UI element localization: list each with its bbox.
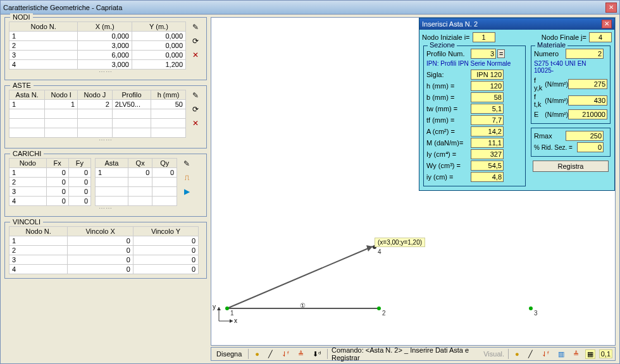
sezione-field[interactable] [471, 81, 504, 91]
nodo-iniziale-input[interactable] [473, 32, 495, 42]
group-nodi: NODI Nodo N.X (m.)Y (m.) 10,0000,000 23,… [4, 17, 207, 80]
edit-icon[interactable]: ✎ [181, 158, 192, 169]
resize-grip[interactable]: ⋯⋯ [9, 71, 202, 76]
sezione-field[interactable] [471, 104, 504, 114]
table-row: 1122LV50...50 [9, 100, 186, 109]
window-title: Caratteristiche Geometriche - Capriata [3, 4, 122, 11]
table-row [9, 109, 186, 119]
svg-marker-4 [230, 319, 233, 323]
svg-line-1 [227, 246, 373, 308]
sezione-field[interactable] [471, 92, 504, 102]
rmax-group: Rmax % Rid. Sez. = [531, 128, 611, 157]
table-carichi-aste[interactable]: AstaQxQy 100 [95, 158, 177, 206]
nodo-iniziale-label: Nodo Iniziale i= [422, 33, 470, 41]
group-title-carichi: CARICHI [10, 150, 44, 157]
align-icon[interactable]: ⇃ᶠ [279, 350, 292, 358]
delete-icon[interactable]: ✕ [190, 49, 201, 61]
rid-label: % Rid. Sez. = [534, 144, 577, 151]
table-row [9, 128, 186, 138]
support-icon[interactable]: ≜ [571, 350, 581, 358]
group-title-nodi: NODI [10, 13, 33, 21]
close-icon[interactable]: ✕ [602, 20, 612, 28]
node-label: 3 [534, 310, 538, 317]
close-icon[interactable]: ✕ [605, 3, 617, 13]
line-icon[interactable]: ╱ [526, 350, 535, 358]
statusbar: Disegna ● ╱ ⇃ᶠ ≜ ⬇ᵈ Comando: <Asta N. 2>… [211, 347, 616, 361]
panel-titlebar: Inserisci Asta N. 2 ✕ [419, 18, 614, 30]
axis-y-label: y [213, 303, 216, 310]
materiale-note: S275 t<40 UNI EN 10025- [534, 60, 607, 74]
line-icon[interactable]: ╱ [266, 350, 275, 358]
profilo-label: Profilo Num. [426, 50, 471, 58]
chart-icon[interactable]: ⎍ [181, 172, 192, 183]
coord-tooltip: (x=3,00;y=1,20) [375, 238, 425, 247]
sezione-field[interactable] [471, 161, 504, 171]
materiale-group: Materiale Numero S275 t<40 UNI EN 10025-… [531, 46, 611, 124]
visual-label: Visual. [483, 350, 504, 358]
node-marker[interactable] [377, 306, 381, 310]
drawing-canvas[interactable]: 1 2 3 4 ① (x=3,00;y=1,20) x y Inserisci … [211, 17, 616, 346]
nodo-finale-label: Nodo Finale j= [542, 33, 586, 41]
nodo-finale-input[interactable] [589, 32, 612, 42]
group-vincoli: VINCOLI Nodo N.Vincolo XVincolo Y 100 20… [4, 222, 207, 279]
table-vincoli[interactable]: Nodo N.Vincolo XVincolo Y 100 200 300 40… [9, 226, 199, 274]
insert-asta-panel: Inserisci Asta N. 2 ✕ Nodo Iniziale i= N… [419, 18, 615, 191]
materiale-field[interactable] [568, 79, 607, 89]
load-icon[interactable]: ⬇ᵈ [310, 350, 323, 358]
grid-icon[interactable]: ▦ [585, 349, 595, 359]
ruler-icon[interactable]: ▥ [555, 350, 567, 358]
refresh-icon[interactable]: ⟳ [190, 35, 201, 47]
sezione-field[interactable] [471, 126, 504, 136]
svg-marker-2 [366, 245, 373, 252]
materiale-field[interactable] [568, 95, 607, 106]
profilo-input[interactable] [471, 49, 496, 59]
group-title-vincoli: VINCOLI [10, 218, 43, 226]
point-icon[interactable]: ● [512, 350, 522, 358]
edit-icon[interactable]: ✎ [190, 21, 201, 33]
group-aste: ASTE Asta N.Nodo INodo JProfiloh (mm) 11… [4, 85, 207, 149]
sezione-field[interactable] [471, 70, 504, 80]
table-aste[interactable]: Asta N.Nodo INodo JProfiloh (mm) 1122LV5… [9, 90, 186, 138]
table-row [9, 119, 186, 128]
materiale-field[interactable] [568, 109, 607, 119]
materiale-num-input[interactable] [566, 49, 604, 59]
sezione-group: Sezione Profilo Num. = IPN: Profili IPN … [423, 46, 526, 186]
disegna-button[interactable]: Disegna [214, 350, 244, 358]
run-icon[interactable]: ▶ [181, 186, 192, 197]
materiale-num-label: Numero [534, 50, 566, 58]
rid-input[interactable] [577, 142, 604, 152]
table-carichi-nodi[interactable]: NodoFxFy 100 200 300 400 [9, 158, 91, 206]
table-nodi[interactable]: Nodo N.X (m.)Y (m.) 10,0000,000 23,0000,… [9, 21, 186, 70]
svg-marker-6 [217, 307, 221, 310]
rmax-input[interactable] [566, 131, 604, 141]
table-row: 23,0000,000 [9, 41, 186, 51]
zoom-value[interactable]: 0,1 [599, 349, 612, 358]
registra-button[interactable]: Registra [533, 161, 609, 172]
node-marker[interactable] [529, 306, 533, 310]
equals-icon[interactable]: = [497, 49, 505, 58]
node-label: 4 [378, 248, 381, 255]
point-icon[interactable]: ● [252, 350, 262, 358]
refresh-icon[interactable]: ⟳ [190, 104, 201, 115]
beam-label: ① [300, 302, 306, 309]
table-row: 43,0001,200 [9, 60, 186, 70]
support-icon[interactable]: ≜ [295, 350, 306, 358]
sezione-field[interactable] [471, 138, 504, 148]
command-text: Comando: <Asta N. 2> _ Inserire Dati Ast… [332, 346, 480, 361]
resize-grip[interactable]: ⋯⋯ [9, 139, 202, 144]
table-row: 10,0000,000 [9, 32, 186, 41]
delete-icon[interactable]: ✕ [190, 118, 201, 129]
sezione-field[interactable] [471, 149, 504, 159]
align-icon[interactable]: ⇃ᶠ [539, 350, 552, 358]
panel-title-text: Inserisci Asta N. 2 [422, 20, 478, 28]
resize-grip[interactable]: ⋯⋯ [9, 207, 202, 212]
edit-icon[interactable]: ✎ [190, 90, 201, 101]
table-row: 36,0000,000 [9, 51, 186, 60]
sezione-field[interactable] [471, 172, 504, 182]
node-marker[interactable] [225, 306, 229, 310]
profilo-note: IPN: Profili IPN Serie Normale [426, 60, 523, 67]
titlebar: Caratteristiche Geometriche - Capriata ✕ [1, 1, 619, 15]
node-label: 1 [230, 310, 234, 317]
group-title-aste: ASTE [10, 82, 34, 89]
sezione-field[interactable] [471, 115, 504, 125]
